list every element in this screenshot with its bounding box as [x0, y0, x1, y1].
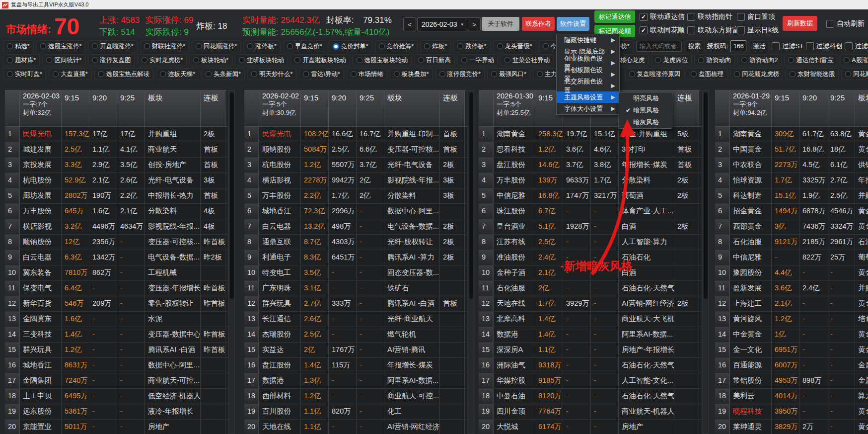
toolbar-item[interactable]: 同花顺问财选股: [841, 68, 868, 80]
table-row[interactable]: 18中曼石油8120万--石油石化-天然气: [479, 389, 701, 404]
table-row[interactable]: 1湖南黄金309亿61.7亿63.8亿黄金-: [715, 127, 868, 142]
toolbar-item[interactable]: 涨停股竞价*: [435, 68, 485, 80]
toolbar-item[interactable]: 盘面梳理: [687, 68, 727, 80]
auto-refresh-checkbox[interactable]: 自动刷新: [826, 19, 865, 28]
table-row[interactable]: 19百川股份1.1亿820万-化工: [244, 404, 467, 420]
table-row[interactable]: 5万丰股份2.2亿1.7亿2亿分散染料3板: [244, 188, 467, 204]
table-row[interactable]: 18美利云4014万--算力: [715, 389, 868, 404]
table-row[interactable]: 1民爆光电157.3亿17亿17亿并购重组2板: [5, 127, 227, 142]
toolbar-item[interactable]: 开盘啦涨停*: [88, 40, 137, 52]
toolbar-item[interactable]: 一字异动: [457, 54, 498, 66]
table-row[interactable]: 11盈新发展3.6亿2.4亿-并购: [715, 281, 868, 296]
table-row[interactable]: 12新华百货546万209万-零售-股权转让昨首板: [5, 296, 227, 312]
toolbar-item[interactable]: 最强风口*: [487, 68, 530, 80]
table-row[interactable]: 3杭电股份1.2亿5507万3.7亿光纤-电气设备2板: [244, 158, 467, 173]
table-row[interactable]: 3中农联合2273万4.5亿6.1亿供销: [715, 158, 868, 173]
table-row[interactable]: 7横店影视3.2亿4496万4634万影视院线-年报...4板: [5, 219, 227, 235]
link-checkbox-2[interactable]: ✓联动同花顺: [640, 26, 685, 35]
auth-code-input[interactable]: 166: [730, 40, 746, 52]
table-row[interactable]: 9利通电子8.3亿6451万-腾讯系AI -算力2板: [244, 250, 467, 265]
table-row[interactable]: 8江苏有线2.5亿--人工智能-算力: [479, 235, 701, 250]
filter-checkbox-1[interactable]: 过滤ST: [772, 42, 803, 51]
toolbar-item[interactable]: 韭研板块轮动: [235, 54, 288, 66]
toolbar-item[interactable]: 大盘直播*: [49, 68, 92, 80]
table-row[interactable]: 2城建发展2.5亿1.1亿4.1亿商业航天首板: [5, 142, 227, 158]
toolbar-item[interactable]: 竞价封单*: [329, 40, 372, 52]
toolbar-item[interactable]: 竞价抢筹*: [375, 40, 418, 52]
table-row[interactable]: 15金一文化6951万--黄金: [715, 343, 868, 358]
toolbar-item[interactable]: 游资动向: [694, 54, 735, 66]
toolbar-item[interactable]: 游资动向2: [737, 54, 782, 66]
link-checkbox-5[interactable]: 窗口置顶: [737, 12, 779, 21]
about-button[interactable]: 关于软件: [482, 17, 519, 31]
table-row[interactable]: 16盘江股份1.4亿115万-年报增长-煤炭: [244, 358, 467, 373]
table-row[interactable]: 19晓程科技3950万--黄金: [715, 404, 868, 420]
table-row[interactable]: 16百通能源6007万--金属: [715, 358, 868, 373]
menu-item-6[interactable]: 主题风格设置▶: [557, 91, 619, 103]
table-row[interactable]: 20莱绅通灵3829万2万-黄金: [715, 420, 868, 434]
mark-tdx-button[interactable]: 标记通达信: [594, 10, 635, 23]
table-row[interactable]: 5廊坊发展2802万190万2.2亿中报增长-热力首板: [5, 188, 227, 204]
table-row[interactable]: 2中国黄金51.7亿16.8亿18亿黄金: [715, 142, 868, 158]
table-row[interactable]: 14数据港1.4亿--阿里系AI-数据...: [479, 327, 701, 343]
table-row[interactable]: 15深深房A1.1亿--房地产-年报增长: [479, 343, 701, 358]
toolbar-item[interactable]: 市场情绪: [347, 68, 387, 80]
search-button[interactable]: 搜索: [684, 40, 705, 52]
table-row[interactable]: 19四川金顶7764万--商业航天-机器人: [479, 404, 701, 420]
table-row[interactable]: 7白云电器13.2亿498万-电气设备-数据...2板: [244, 219, 467, 235]
table-row[interactable]: 1湖南黄金258.3亿19.7亿15.1亿黄金-并购重组5板: [479, 127, 701, 142]
toolbar-item[interactable]: 板块轮动*: [189, 54, 232, 66]
toolbar-item[interactable]: 龙头晋级*: [493, 40, 536, 52]
table-row[interactable]: 5中信尼雅16.8亿1747万3217万葡萄酒2板: [479, 188, 701, 204]
menu-item-1[interactable]: 隐藏快捷键▶: [557, 34, 619, 46]
filter-checkbox-2[interactable]: 过滤科创: [806, 42, 842, 51]
toolbar-item[interactable]: 选股宝热点解读: [94, 68, 154, 80]
prev-date-button[interactable]: <: [403, 17, 416, 31]
filter-checkbox-3[interactable]: 过滤北交所: [845, 42, 868, 51]
table-row[interactable]: 20京能置业5011万--房地产: [5, 420, 227, 434]
table-row[interactable]: 10冀东装备7810万862万-工程机械: [5, 265, 227, 281]
toolbar-item[interactable]: 连板天梯*: [156, 68, 199, 80]
toolbar-item[interactable]: 东财智能选股: [786, 68, 839, 80]
link-checkbox-3[interactable]: 联动指南针: [687, 12, 739, 21]
toolbar-item[interactable]: 复盘啦涨停原因: [625, 68, 685, 80]
table-row[interactable]: 14杰瑞股份2.5亿--燃气轮机: [244, 327, 467, 343]
toolbar-item[interactable]: 选股宝板块轮动: [353, 54, 412, 66]
toolbar-item[interactable]: 涨停板*: [243, 40, 280, 52]
submenu-item-1[interactable]: 明亮风格: [619, 92, 672, 104]
table-row[interactable]: 17常铝股份4953万898万-金属: [715, 373, 868, 389]
table-row[interactable]: 18西部材料1.2亿--商业航天-可控...: [244, 389, 467, 404]
table-row[interactable]: 13北摩高科1.4亿--商业航天-大飞机: [479, 312, 701, 327]
toolbar-item[interactable]: 通达信扫雷宝: [784, 54, 837, 66]
date-select[interactable]: 2026-02-03 ▼: [417, 17, 469, 31]
table-row[interactable]: 3盘江股份14.6亿3.7亿3.8亿年报增长-煤炭首板: [479, 158, 701, 173]
scrollbar-thumb[interactable]: [469, 92, 473, 299]
menu-item-7[interactable]: 字体大小设置▶: [557, 103, 619, 114]
toolbar-item[interactable]: 同花顺龙虎榜: [730, 68, 783, 80]
toolbar-item[interactable]: 区间统计*: [42, 54, 85, 66]
toolbar-item[interactable]: 实时盯盘*: [3, 68, 46, 80]
table-row[interactable]: 2顺钠股份5084万2.5亿6.6亿变压器-可控核...首板: [244, 142, 467, 158]
table-row[interactable]: 13黄河旋风1.2亿--培育: [715, 312, 868, 327]
submenu-item-3[interactable]: 暗灰风格: [619, 116, 672, 128]
table-row[interactable]: 7西部黄金3亿7436万3324万黄金: [715, 219, 868, 235]
software-settings-button[interactable]: 软件设置: [557, 17, 589, 31]
link-checkbox-6[interactable]: 显示日k线: [737, 26, 779, 35]
link-checkbox-4[interactable]: 联动东方财富: [687, 26, 739, 35]
table-row[interactable]: 14三变科技1.4亿--变压器-数据中心昨首板: [5, 327, 227, 343]
table-row[interactable]: 4怡球资源1.7亿3325万2.7亿年报: [715, 173, 868, 188]
table-row[interactable]: 16洲际油气9318万--石油石化-天然气: [479, 358, 701, 373]
menu-item-5[interactable]: 北交所颜色设置▶: [557, 80, 619, 91]
toolbar-item[interactable]: 头条新闻*: [202, 68, 245, 80]
table-row[interactable]: 12群兴玩具2.7亿333万-腾讯系AI -白酒首板: [244, 296, 467, 312]
table-row[interactable]: 11广东明珠3.1亿--铁矿石: [244, 281, 467, 296]
table-row[interactable]: 8顺钠股份12亿2356万-变压器-可控核...昨首板: [5, 235, 227, 250]
table-row[interactable]: 5科达制造15.1亿1.9亿2.5亿并购: [715, 188, 868, 204]
table-row[interactable]: 9白云电器6.3亿1342万-电气设备-数据...昨2板: [5, 250, 227, 265]
table-row[interactable]: 1民爆光电108.2亿16.6亿16.7亿并购重组-印制...首板: [244, 127, 467, 142]
table-row[interactable]: 2思看科技1.2亿3.6亿4.6亿3D打印首板: [479, 142, 701, 158]
toolbar-item[interactable]: 百日新高: [414, 54, 455, 66]
table-row[interactable]: 6珠江股份6.7亿--体育产业-人工...: [479, 204, 701, 219]
table-row[interactable]: 10豫园股份4.4亿--黄金: [715, 265, 868, 281]
toolbar-item[interactable]: A股涨停原因: [840, 54, 868, 66]
